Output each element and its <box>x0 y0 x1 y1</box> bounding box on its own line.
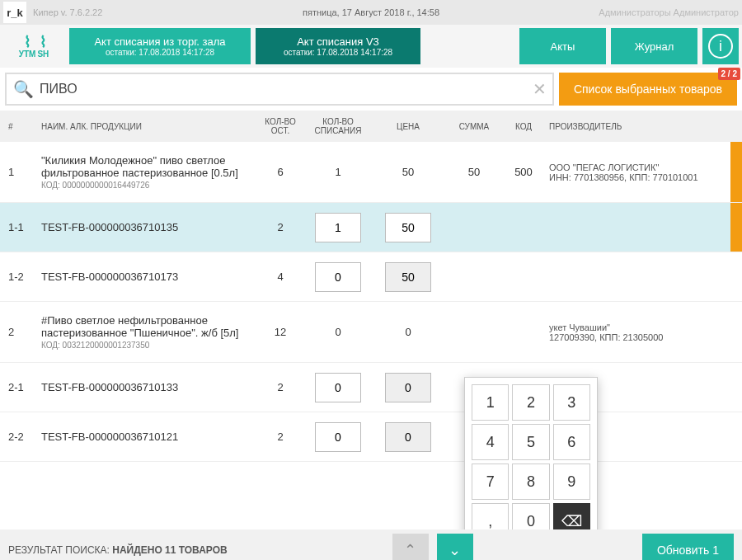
act-hall-button[interactable]: Акт списания из торг. зала остатки: 17.0… <box>69 28 251 64</box>
row-handle[interactable] <box>730 203 742 252</box>
table-row[interactable]: 1-2TEST-FB-0000000367101734 <box>0 252 742 302</box>
selected-items-button[interactable]: Список выбранных товаров 2 / 2 <box>559 73 737 106</box>
sh-label: SH <box>37 49 49 59</box>
numeric-keypad: 1 2 3 4 5 6 7 8 9 , 0 ⌫ ОЧИСТИТЬ свернут… <box>464 377 598 529</box>
key-8[interactable]: 8 <box>512 464 549 500</box>
key-6[interactable]: 6 <box>553 424 590 460</box>
search-row: 🔍 ✕ Список выбранных товаров 2 / 2 <box>0 68 742 111</box>
key-backspace[interactable]: ⌫ <box>553 503 590 529</box>
qty-remain: 2 <box>256 431 305 443</box>
backspace-icon: ⌫ <box>561 512 582 529</box>
code: 500 <box>503 166 544 178</box>
qty-remain: 2 <box>256 221 305 233</box>
price: 0 <box>371 326 445 338</box>
product-name: "Киликия Молодежное" пиво светлое фильтр… <box>41 154 256 190</box>
datetime-label: пятница, 17 Август 2018 г., 14:58 <box>303 7 439 17</box>
act-v3-label: Акт списания V3 <box>297 35 379 48</box>
product-name: TEST-FB-000000036710173 <box>41 271 256 283</box>
user-label: Администраторы Администратор <box>599 7 739 17</box>
key-4[interactable]: 4 <box>472 424 509 460</box>
qty-remain: 2 <box>256 381 305 393</box>
utm-status: ⌇ УТМ <box>19 35 36 59</box>
table-row[interactable]: 2#Пиво светлое нефильтрованное пастеризо… <box>0 302 742 363</box>
price-input[interactable] <box>385 422 431 452</box>
result-count: НАЙДЕНО 11 ТОВАРОВ <box>112 544 227 556</box>
key-comma[interactable]: , <box>472 503 509 529</box>
row-num: 2-2 <box>0 431 41 443</box>
search-box: 🔍 ✕ <box>5 73 554 106</box>
key-3[interactable]: 3 <box>553 384 590 421</box>
app-version: Кипер v. 7.6.2.22 <box>33 7 102 17</box>
qty-writeoff-input[interactable] <box>315 262 361 292</box>
row-num: 1-2 <box>0 271 41 283</box>
chevron-down-icon: ⌄ <box>448 542 461 558</box>
table-row[interactable]: 1"Киликия Молодежное" пиво светлое фильт… <box>0 142 742 203</box>
price-input[interactable] <box>385 373 431 402</box>
selected-items-label: Список выбранных товаров <box>574 82 722 96</box>
table-row[interactable]: 2-2TEST-FB-0000000367101212 <box>0 412 742 462</box>
connection-status: ⌇ УТМ ⌇ SH <box>3 35 64 59</box>
col-sum: СУММА <box>445 122 503 131</box>
act-v3-button[interactable]: Акт списания V3 остатки: 17.08.2018 14:1… <box>256 28 420 64</box>
refresh-button[interactable]: Обновить 1 <box>642 534 734 560</box>
sh-status: ⌇ SH <box>37 35 49 59</box>
col-code: КОД <box>503 122 544 131</box>
act-hall-sub: остатки: 17.08.2018 14:17:28 <box>106 48 214 57</box>
utm-label: УТМ <box>19 49 36 59</box>
col-name: НАИМ. АЛК. ПРОДУКЦИИ <box>41 122 256 131</box>
sum: 50 <box>445 166 503 178</box>
journal-label: Журнал <box>635 40 674 53</box>
page-up-button[interactable]: ⌃ <box>392 534 429 560</box>
key-1[interactable]: 1 <box>472 384 509 421</box>
search-result-label: РЕЗУЛЬТАТ ПОИСКА: НАЙДЕНО 11 ТОВАРОВ <box>8 544 228 556</box>
row-num: 1 <box>0 166 41 178</box>
titlebar: r_k Кипер v. 7.6.2.22 пятница, 17 Август… <box>0 0 742 25</box>
row-num: 1-1 <box>0 221 41 233</box>
row-handle[interactable] <box>730 142 742 202</box>
acts-button[interactable]: Акты <box>519 28 606 64</box>
journal-button[interactable]: Журнал <box>611 28 697 64</box>
qty-writeoff: 0 <box>305 326 371 338</box>
key-7[interactable]: 7 <box>472 464 509 500</box>
price-input[interactable] <box>385 213 431 242</box>
act-v3-sub: остатки: 17.08.2018 14:17:28 <box>284 48 392 57</box>
toolbar: ⌇ УТМ ⌇ SH Акт списания из торг. зала ос… <box>0 25 742 68</box>
search-input[interactable] <box>40 82 528 96</box>
price-input[interactable] <box>385 262 431 292</box>
search-icon: 🔍 <box>7 79 40 99</box>
table-header: # НАИМ. АЛК. ПРОДУКЦИИ КОЛ-ВО ОСТ. КОЛ-В… <box>0 111 742 142</box>
info-button[interactable]: i <box>702 28 739 64</box>
key-2[interactable]: 2 <box>512 384 549 421</box>
qty-writeoff-input[interactable] <box>315 373 361 402</box>
qty-writeoff-input[interactable] <box>315 213 361 242</box>
chevron-up-icon: ⌃ <box>404 542 416 558</box>
qty-writeoff: 1 <box>305 166 371 178</box>
selected-items-badge: 2 / 2 <box>718 68 740 80</box>
col-ost: КОЛ-ВО ОСТ. <box>256 117 305 135</box>
wifi-icon: ⌇ <box>40 35 47 49</box>
wifi-icon: ⌇ <box>24 35 31 49</box>
footer: РЕЗУЛЬТАТ ПОИСКА: НАЙДЕНО 11 ТОВАРОВ ⌃ ⌄… <box>0 529 742 560</box>
table-row[interactable]: 1-1TEST-FB-0000000367101352 <box>0 203 742 252</box>
act-hall-label: Акт списания из торг. зала <box>94 35 225 48</box>
key-0[interactable]: 0 <box>512 503 549 529</box>
col-price: ЦЕНА <box>371 122 445 131</box>
qty-remain: 6 <box>256 166 305 178</box>
product-name: TEST-FB-000000036710133 <box>41 381 256 393</box>
producer: ООО "ПЕГАС ЛОГИСТИК"ИНН: 7701380956, КПП… <box>544 162 730 182</box>
col-prod: ПРОИЗВОДИТЕЛЬ <box>544 122 726 131</box>
product-name: TEST-FB-000000036710121 <box>41 431 256 443</box>
key-9[interactable]: 9 <box>553 464 590 500</box>
producer: укет Чувашии"127009390, КПП: 21305000 <box>544 322 726 342</box>
table-row[interactable]: 2-1TEST-FB-0000000367101332 <box>0 363 742 412</box>
qty-writeoff-input[interactable] <box>315 422 361 452</box>
page-down-button[interactable]: ⌄ <box>437 534 473 560</box>
product-name: #Пиво светлое нефильтрованное пастеризов… <box>41 314 256 350</box>
qty-remain: 4 <box>256 271 305 283</box>
clear-search-icon[interactable]: ✕ <box>528 79 552 99</box>
acts-label: Акты <box>551 40 575 53</box>
row-num: 2 <box>0 326 41 338</box>
table-body: 1"Киликия Молодежное" пиво светлое фильт… <box>0 142 742 529</box>
col-spis: КОЛ-ВО СПИСАНИЯ <box>305 117 371 135</box>
key-5[interactable]: 5 <box>512 424 549 460</box>
